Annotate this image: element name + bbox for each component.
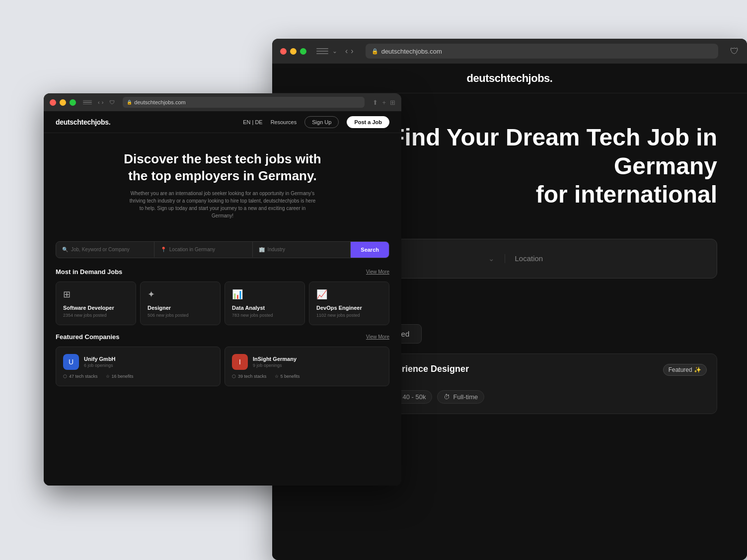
most-in-demand-section: Most in Demand Jobs View More ⊞ Software… xyxy=(44,268,401,325)
search-icon: 🔍 xyxy=(62,247,68,252)
most-in-demand-header: Most in Demand Jobs View More xyxy=(56,268,389,276)
location-search-icon: 📍 xyxy=(160,247,166,252)
search-button[interactable]: Search xyxy=(351,242,389,258)
front-site-content: deutschtechjobs. EN | DE Resources Sign … xyxy=(44,111,401,486)
back-titlebar: ⌄ ‹ › 🔒 deutschtechjobs.com 🛡 xyxy=(272,39,747,64)
featured-companies-view-more[interactable]: View More xyxy=(366,334,389,340)
data-analyst-title: Data Analyst xyxy=(232,305,298,311)
featured-companies-header: Featured Companies View More xyxy=(56,333,389,341)
back-site-logo: deutschtechjobs. xyxy=(467,72,553,85)
featured-companies-title: Featured Companies xyxy=(56,333,120,341)
industry-search-placeholder: Industry xyxy=(268,247,286,252)
resources-link[interactable]: Resources xyxy=(271,119,297,125)
industry-search-icon: 🏢 xyxy=(259,247,265,252)
front-hero-title: Discover the best tech jobs with the top… xyxy=(56,151,389,185)
sign-up-button[interactable]: Sign Up xyxy=(304,116,339,128)
front-forward-button[interactable]: › xyxy=(102,99,104,105)
job-card-devops-engineer[interactable]: 📈 DevOps Engineer 1102 new jobs posted xyxy=(309,281,389,325)
stack-icon: ⬡ xyxy=(63,374,67,379)
unify-openings: 6 job openings xyxy=(84,363,116,368)
front-shield-icon: 🛡 xyxy=(109,99,115,105)
insight-openings: 9 job openings xyxy=(253,363,297,368)
devops-engineer-count: 1102 new jobs posted xyxy=(316,313,382,318)
forward-nav-button[interactable]: › xyxy=(351,47,353,56)
data-analyst-count: 783 new jobs posted xyxy=(232,313,298,318)
unify-benefits: ☆ 16 benefits xyxy=(106,374,134,379)
devops-engineer-icon: 📈 xyxy=(316,289,382,300)
software-developer-icon: ⊞ xyxy=(63,289,129,300)
insight-stats: ⬡ 39 tech stacks ☆ 5 benefits xyxy=(232,374,382,379)
insight-benefit-icon: ☆ xyxy=(275,374,279,379)
front-browser-window: ‹ › 🛡 🔒 deutschtechjobs.com ⬆ + ⊞ deutsc… xyxy=(44,93,401,486)
insight-name: InSight Germany xyxy=(253,356,297,362)
front-titlebar: ‹ › 🛡 🔒 deutschtechjobs.com ⬆ + ⊞ xyxy=(44,93,401,111)
unify-logo: U xyxy=(63,354,79,370)
unify-stats: ⬡ 47 tech stacks ☆ 16 benefits xyxy=(63,374,213,379)
insight-logo-icon: I xyxy=(239,358,241,366)
industry-search-field[interactable]: 🏢 Industry xyxy=(253,242,351,257)
job-search-placeholder: Job, Keyword or Company xyxy=(71,247,130,252)
front-nav-links: EN | DE Resources Sign Up Post a Job xyxy=(243,116,389,128)
back-site-header: deutschtechjobs. xyxy=(272,64,747,93)
front-maximize-button[interactable] xyxy=(70,99,76,106)
designer-title: Designer xyxy=(148,305,213,311)
clock-icon: ⏱ xyxy=(444,393,450,401)
insight-header: I InSight Germany 9 job openings xyxy=(232,354,382,370)
featured-companies-section: Featured Companies View More U Unify Gmb… xyxy=(44,333,401,386)
benefit-icon: ☆ xyxy=(106,374,110,379)
front-back-button[interactable]: ‹ xyxy=(98,99,100,105)
job-card-data-analyst[interactable]: 📊 Data Analyst 783 new jobs posted xyxy=(224,281,305,325)
most-in-demand-view-more[interactable]: View More xyxy=(366,269,389,275)
front-url-bar[interactable]: 🔒 deutschtechjobs.com xyxy=(123,97,365,108)
company-card-insight[interactable]: I InSight Germany 9 job openings ⬡ 39 te… xyxy=(224,347,389,386)
insight-logo: I xyxy=(232,354,248,370)
back-location-field[interactable]: Location xyxy=(515,254,702,263)
job-search-field[interactable]: 🔍 Job, Keyword or Company xyxy=(56,242,154,257)
nav-buttons: ‹ › xyxy=(345,47,354,56)
traffic-lights xyxy=(280,48,306,55)
back-url-bar[interactable]: 🔒 deutschtechjobs.com xyxy=(366,44,718,59)
unify-logo-icon: U xyxy=(69,358,74,366)
lock-icon: 🔒 xyxy=(372,48,378,55)
back-location-label: Location xyxy=(515,254,543,263)
front-close-button[interactable] xyxy=(50,99,56,106)
insight-stack-icon: ⬡ xyxy=(232,374,236,379)
devops-engineer-title: DevOps Engineer xyxy=(316,305,382,311)
designer-count: 506 new jobs posted xyxy=(148,313,213,318)
back-url-text: deutschtechjobs.com xyxy=(381,48,442,55)
front-site-logo: deutschtechjobs. xyxy=(56,118,110,126)
unify-name: Unify GmbH xyxy=(84,356,116,362)
insight-benefits: ☆ 5 benefits xyxy=(275,374,300,379)
close-button[interactable] xyxy=(280,48,287,55)
front-hero-section: Discover the best tech jobs with the top… xyxy=(44,133,401,231)
minimize-button[interactable] xyxy=(290,48,297,55)
language-switcher[interactable]: EN | DE xyxy=(243,119,263,125)
most-in-demand-title: Most in Demand Jobs xyxy=(56,268,122,276)
unify-tech-stacks: ⬡ 47 tech stacks xyxy=(63,374,98,379)
share-icon[interactable]: ⬆ xyxy=(373,99,378,106)
front-titlebar-icons: ⬆ + ⊞ xyxy=(373,99,395,106)
front-hero-subtitle: Whether you are an international job see… xyxy=(128,190,317,219)
company-card-unify[interactable]: U Unify GmbH 6 job openings ⬡ 47 tech st… xyxy=(56,347,221,386)
post-job-button[interactable]: Post a Job xyxy=(347,116,389,128)
more-options-icon[interactable]: ⊞ xyxy=(390,99,395,106)
front-lock-icon: 🔒 xyxy=(127,100,132,105)
maximize-button[interactable] xyxy=(300,48,306,55)
back-nav-button[interactable]: ‹ xyxy=(345,47,348,56)
front-nav: deutschtechjobs. EN | DE Resources Sign … xyxy=(44,111,401,133)
unify-header: U Unify GmbH 6 job openings xyxy=(63,354,213,370)
employment-tag: ⏱ Full-time xyxy=(437,390,484,404)
job-cards-row: ⊞ Software Developer 2354 new jobs poste… xyxy=(56,281,389,325)
location-search-placeholder: Location in Germany xyxy=(169,247,215,252)
software-developer-count: 2354 new jobs posted xyxy=(63,313,129,318)
location-search-field[interactable]: 📍 Location in Germany xyxy=(154,242,253,257)
featured-badge: Featured ✨ xyxy=(663,364,707,376)
job-card-software-developer[interactable]: ⊞ Software Developer 2354 new jobs poste… xyxy=(56,281,136,325)
job-card-designer[interactable]: ✦ Designer 506 new jobs posted xyxy=(140,281,221,325)
data-analyst-icon: 📊 xyxy=(232,289,298,300)
front-url-text: deutschtechjobs.com xyxy=(134,99,185,105)
companies-row: U Unify GmbH 6 job openings ⬡ 47 tech st… xyxy=(56,347,389,386)
front-minimize-button[interactable] xyxy=(60,99,66,106)
add-tab-icon[interactable]: + xyxy=(382,99,386,106)
front-search-row[interactable]: 🔍 Job, Keyword or Company 📍 Location in … xyxy=(56,241,389,258)
